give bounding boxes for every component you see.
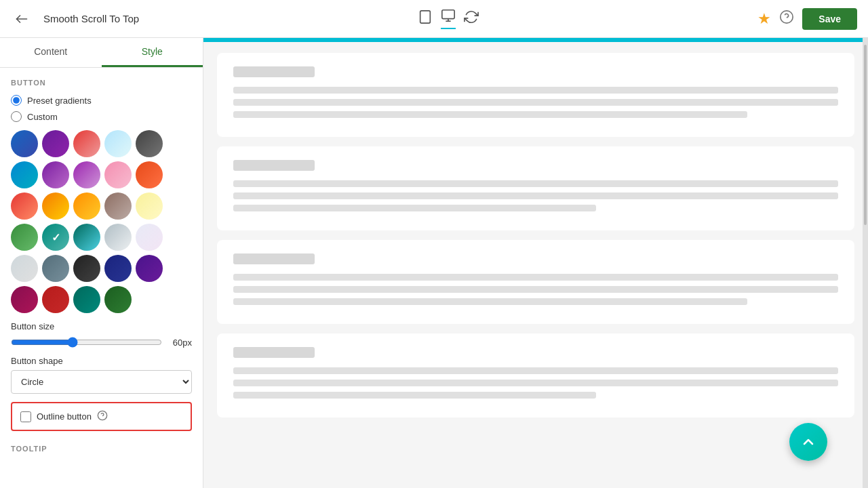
- radio-custom-label: Custom: [27, 112, 58, 122]
- radio-preset-label: Preset gradients: [27, 96, 92, 106]
- sidebar-tabs: Content Style: [0, 38, 203, 68]
- color-swatch-25[interactable]: [11, 286, 38, 313]
- tooltip-section-label: TOOLTIP: [11, 445, 192, 453]
- tablet-icon[interactable]: [418, 9, 433, 28]
- slider-row: 60px: [11, 337, 192, 348]
- button-shape-select[interactable]: Circle Square Rounded: [11, 370, 192, 394]
- radio-preset[interactable]: Preset gradients: [11, 95, 192, 106]
- skeleton-line: [233, 205, 596, 211]
- color-swatch-15[interactable]: [11, 224, 38, 251]
- outline-help-icon[interactable]: [97, 410, 108, 423]
- skeleton-title-1: [233, 66, 315, 77]
- outline-button-label: Outline button: [37, 411, 92, 422]
- color-swatch-21[interactable]: [42, 255, 69, 282]
- preview-card-4: [217, 333, 854, 418]
- desktop-icon[interactable]: [441, 8, 456, 29]
- skeleton-line: [233, 367, 838, 374]
- skeleton-line: [233, 111, 747, 118]
- button-shape-section: Button shape Circle Square Rounded: [11, 356, 192, 394]
- color-swatch-12[interactable]: [73, 192, 100, 220]
- radio-custom-input[interactable]: [11, 111, 22, 122]
- svg-point-6: [781, 11, 793, 23]
- tab-content[interactable]: Content: [0, 38, 102, 67]
- preview-scrollbar: [863, 38, 868, 488]
- tab-style[interactable]: Style: [102, 38, 203, 67]
- svg-rect-3: [442, 10, 454, 19]
- outline-button-row: Outline button: [11, 402, 192, 431]
- preview-top-bar: [203, 38, 868, 42]
- device-icons: [418, 8, 479, 29]
- scrollbar-thumb[interactable]: [864, 45, 867, 225]
- help-icon[interactable]: [779, 9, 794, 28]
- skeleton-line: [233, 298, 747, 305]
- color-swatch-7[interactable]: [73, 161, 100, 188]
- main-layout: Content Style BUTTON Preset gradients Cu…: [0, 38, 868, 488]
- back-button[interactable]: [11, 8, 33, 30]
- color-swatch-13[interactable]: [104, 192, 132, 220]
- color-swatch-27[interactable]: [73, 286, 100, 313]
- color-swatch-2[interactable]: [73, 130, 100, 157]
- skeleton-title-4: [233, 347, 315, 358]
- color-swatch-19[interactable]: [136, 224, 163, 251]
- svg-rect-1: [420, 11, 431, 23]
- skeleton-line: [233, 87, 838, 94]
- skeleton-line: [233, 192, 838, 199]
- sidebar-content: BUTTON Preset gradients Custom Button si…: [0, 68, 203, 488]
- preview-area: [203, 38, 868, 488]
- outline-button-checkbox[interactable]: [20, 411, 31, 422]
- button-section-label: BUTTON: [11, 79, 192, 87]
- topbar: Smooth Scroll To Top ★ Save: [0, 0, 868, 38]
- color-swatch-1[interactable]: [42, 130, 69, 157]
- skeleton-line: [233, 99, 838, 106]
- star-icon[interactable]: ★: [757, 10, 771, 28]
- save-button[interactable]: Save: [802, 8, 857, 30]
- color-swatch-11[interactable]: [42, 192, 69, 220]
- color-grid: [11, 130, 192, 313]
- color-swatch-22[interactable]: [73, 255, 100, 282]
- color-swatch-18[interactable]: [104, 224, 132, 251]
- radio-preset-input[interactable]: [11, 95, 22, 106]
- color-swatch-14[interactable]: [136, 192, 163, 220]
- color-swatch-26[interactable]: [42, 286, 69, 313]
- skeleton-title-3: [233, 253, 315, 264]
- preview-card-2: [217, 146, 854, 230]
- color-swatch-10[interactable]: [11, 192, 38, 220]
- color-swatch-23[interactable]: [104, 255, 132, 282]
- color-swatch-28[interactable]: [104, 286, 132, 313]
- skeleton-line: [233, 286, 838, 293]
- color-swatch-9[interactable]: [136, 161, 163, 188]
- button-size-label: Button size: [11, 321, 192, 331]
- topbar-right: ★ Save: [757, 8, 857, 30]
- scroll-to-top-button[interactable]: [789, 423, 827, 461]
- color-swatch-8[interactable]: [104, 161, 132, 188]
- color-swatch-17[interactable]: [73, 224, 100, 251]
- color-swatch-5[interactable]: [11, 161, 38, 188]
- sidebar: Content Style BUTTON Preset gradients Cu…: [0, 38, 203, 488]
- color-swatch-3[interactable]: [104, 130, 132, 157]
- radio-custom[interactable]: Custom: [11, 111, 192, 122]
- skeleton-line: [233, 380, 838, 386]
- color-swatch-0[interactable]: [11, 130, 38, 157]
- color-swatch-16[interactable]: [42, 224, 69, 251]
- skeleton-line: [233, 392, 596, 399]
- skeleton-line: [233, 274, 838, 281]
- preview-card-3: [217, 240, 854, 324]
- button-size-value: 60px: [167, 338, 192, 348]
- button-size-slider[interactable]: [11, 337, 162, 348]
- skeleton-title-2: [233, 160, 315, 171]
- color-swatch-24[interactable]: [136, 255, 163, 282]
- page-title: Smooth Scroll To Top: [43, 13, 139, 24]
- button-size-section: Button size 60px: [11, 321, 192, 348]
- color-swatch-6[interactable]: [42, 161, 69, 188]
- color-swatch-4[interactable]: [136, 130, 163, 157]
- color-swatch-20[interactable]: [11, 255, 38, 282]
- responsive-icon[interactable]: [464, 9, 479, 28]
- preview-card-1: [217, 53, 854, 137]
- button-shape-label: Button shape: [11, 356, 192, 366]
- skeleton-line: [233, 180, 838, 187]
